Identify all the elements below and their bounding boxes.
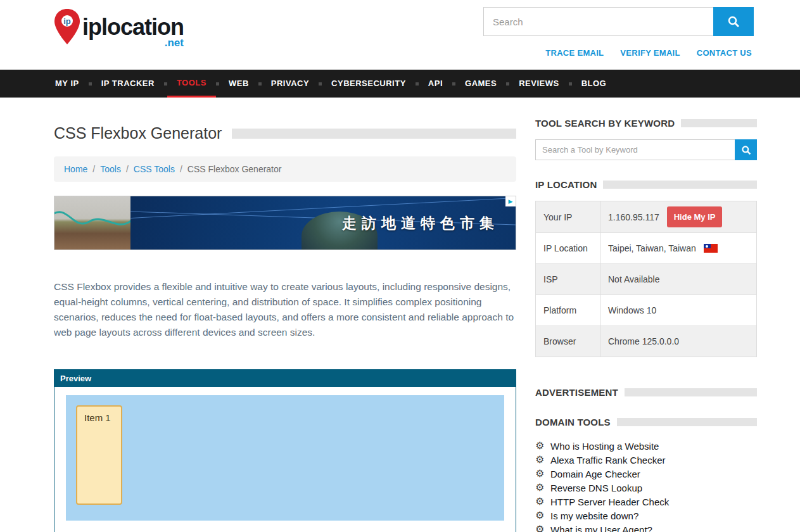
domain-tools-heading: DOMAIN TOOLS xyxy=(535,417,611,428)
site-logo[interactable]: ip iplocation .net xyxy=(53,8,184,48)
table-row-isp: ISP Not Available xyxy=(536,264,756,295)
tool-search-button[interactable] xyxy=(735,139,757,160)
ad-choices-icon[interactable]: ▶ xyxy=(505,196,516,206)
row-value: Chrome 125.0.0.0 xyxy=(600,326,756,357)
nav-item-my-ip[interactable]: MY IP xyxy=(46,70,89,98)
tool-label: HTTP Server Header Check xyxy=(550,497,669,507)
page-title: CSS Flexbox Generator xyxy=(54,124,222,142)
nav-item-tools[interactable]: TOOLS xyxy=(167,70,216,98)
ad-main-image: 走訪地道特色市集 xyxy=(130,196,516,250)
gear-icon: ⚙ xyxy=(535,455,550,465)
tool-link-who-is-hosting[interactable]: ⚙ Who is Hosting a Website xyxy=(535,439,757,453)
breadcrumb-css-tools[interactable]: CSS Tools xyxy=(134,164,175,174)
nav-item-blog[interactable]: BLOG xyxy=(572,70,616,98)
domain-tools-heading-row: DOMAIN TOOLS xyxy=(535,417,757,428)
content-area: CSS Flexbox Generator Home / Tools / CSS… xyxy=(0,98,800,532)
flexbox-preview-container: Item 1 xyxy=(66,395,504,521)
taiwan-flag-icon xyxy=(704,244,718,253)
ad-banner[interactable]: 走訪地道特色市集 ▶ xyxy=(54,196,516,250)
tool-link-http-header[interactable]: ⚙ HTTP Server Header Check xyxy=(535,495,757,509)
nav-item-web[interactable]: WEB xyxy=(219,70,258,98)
search-icon xyxy=(727,15,740,28)
main-column: CSS Flexbox Generator Home / Tools / CSS… xyxy=(54,98,516,532)
tool-link-reverse-dns[interactable]: ⚙ Reverse DNS Lookup xyxy=(535,481,757,495)
table-row-ip-location: IP Location Taipei, Taiwan, Taiwan xyxy=(536,233,756,264)
row-label: ISP xyxy=(536,264,600,294)
nav-item-api[interactable]: API xyxy=(419,70,452,98)
tool-label: Who is Hosting a Website xyxy=(550,441,659,452)
tool-label: What is my User Agent? xyxy=(550,524,652,532)
ip-location-heading-row: IP LOCATION xyxy=(535,179,757,190)
breadcrumb-home[interactable]: Home xyxy=(64,164,87,174)
tool-label: Alexa Traffic Rank Checker xyxy=(550,455,665,466)
page-description: CSS Flexbox provides a flexible and intu… xyxy=(54,279,516,340)
nav-item-cybersecurity[interactable]: CYBERSECURITY xyxy=(322,70,416,98)
isp-value: Not Available xyxy=(608,274,659,284)
platform-value: Windows 10 xyxy=(608,305,656,315)
heading-decoration-bar xyxy=(617,418,757,426)
ip-location-heading: IP LOCATION xyxy=(535,179,597,190)
preview-panel: Preview Item 1 xyxy=(54,369,516,532)
nav-item-reviews[interactable]: REVIEWS xyxy=(509,70,568,98)
ad-caption-text: 走訪地道特色市集 xyxy=(342,213,499,233)
breadcrumb-separator: / xyxy=(126,164,129,174)
breadcrumb-tools[interactable]: Tools xyxy=(100,164,121,174)
logo-tld: .net xyxy=(82,38,184,48)
gear-icon: ⚙ xyxy=(535,497,550,507)
browser-value: Chrome 125.0.0.0 xyxy=(608,336,679,346)
header-search-input[interactable] xyxy=(483,7,713,36)
tool-search-input[interactable] xyxy=(535,139,735,160)
ip-location-value: Taipei, Taiwan, Taiwan xyxy=(608,243,696,253)
breadcrumb: Home / Tools / CSS Tools / CSS Flexbox G… xyxy=(54,156,516,182)
hide-my-ip-button[interactable]: Hide My IP xyxy=(667,206,723,227)
nav-item-ip-tracker[interactable]: IP TRACKER xyxy=(92,70,164,98)
row-label: IP Location xyxy=(536,233,600,263)
nav-item-games[interactable]: GAMES xyxy=(455,70,506,98)
contact-us-link[interactable]: CONTACT US xyxy=(697,48,752,58)
trace-email-link[interactable]: TRACE EMAIL xyxy=(545,48,604,58)
advertisement-heading-row: ADVERTISEMENT xyxy=(535,387,757,398)
header-search-button[interactable] xyxy=(713,7,754,36)
table-row-browser: Browser Chrome 125.0.0.0 xyxy=(536,326,756,357)
search-icon xyxy=(741,145,751,155)
tool-link-alexa-rank[interactable]: ⚙ Alexa Traffic Rank Checker xyxy=(535,453,757,467)
gear-icon: ⚙ xyxy=(535,469,550,479)
nav-item-privacy[interactable]: PRIVACY xyxy=(262,70,319,98)
gear-icon: ⚙ xyxy=(535,441,550,451)
row-value: Taipei, Taiwan, Taiwan xyxy=(600,233,756,263)
tool-search-heading: TOOL SEARCH BY KEYWORD xyxy=(535,118,675,129)
tool-search-heading-row: TOOL SEARCH BY KEYWORD xyxy=(535,118,757,129)
gear-icon: ⚙ xyxy=(535,483,550,493)
ip-address-value: 1.160.95.117 xyxy=(608,212,659,222)
heading-decoration-bar xyxy=(625,388,757,396)
ip-info-table: Your IP 1.160.95.117 Hide My IP IP Locat… xyxy=(535,201,757,357)
gear-icon: ⚙ xyxy=(535,524,550,532)
header-search xyxy=(483,7,754,36)
tool-link-user-agent[interactable]: ⚙ What is my User Agent? xyxy=(535,522,757,532)
advertisement-heading: ADVERTISEMENT xyxy=(535,387,618,398)
tool-link-domain-age[interactable]: ⚙ Domain Age Checker xyxy=(535,467,757,481)
header-links: TRACE EMAIL VERIFY EMAIL CONTACT US xyxy=(545,48,752,58)
breadcrumb-separator: / xyxy=(92,164,95,174)
row-value: Windows 10 xyxy=(600,295,756,326)
page-title-row: CSS Flexbox Generator xyxy=(54,124,516,142)
domain-tools-list: ⚙ Who is Hosting a Website ⚙ Alexa Traff… xyxy=(535,439,757,532)
row-label: Your IP xyxy=(536,201,600,232)
svg-text:ip: ip xyxy=(63,16,71,26)
gear-icon: ⚙ xyxy=(535,510,550,521)
table-row-platform: Platform Windows 10 xyxy=(536,295,756,326)
ad-left-image xyxy=(54,196,130,250)
row-value: Not Available xyxy=(600,264,756,294)
tool-link-website-down[interactable]: ⚙ Is my website down? xyxy=(535,509,757,522)
row-label: Platform xyxy=(536,295,600,326)
verify-email-link[interactable]: VERIFY EMAIL xyxy=(620,48,680,58)
preview-panel-body: Item 1 xyxy=(54,387,516,532)
breadcrumb-current: CSS Flexbox Generator xyxy=(187,164,282,174)
ad-left-graph-line xyxy=(54,196,130,250)
heading-decoration-bar xyxy=(681,119,757,127)
tool-label: Is my website down? xyxy=(550,510,638,521)
sidebar: TOOL SEARCH BY KEYWORD IP LOCATION Your … xyxy=(535,98,757,532)
logo-text: iplocation .net xyxy=(82,16,184,48)
breadcrumb-separator: / xyxy=(180,164,182,174)
flexbox-preview-item[interactable]: Item 1 xyxy=(76,405,122,505)
